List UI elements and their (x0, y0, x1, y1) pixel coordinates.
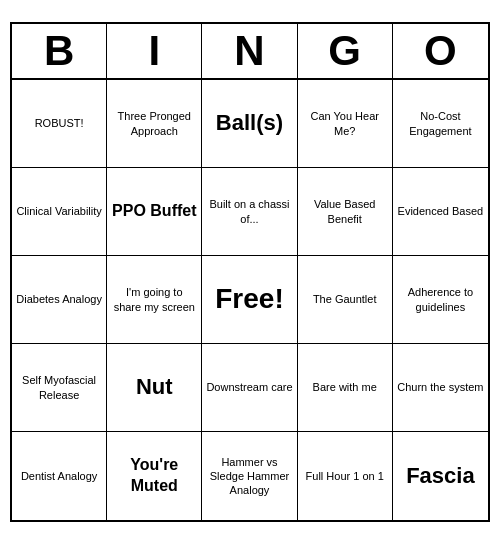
bingo-cell[interactable]: I'm going to share my screen (107, 256, 202, 344)
bingo-grid: ROBUST!Three Pronged ApproachBall(s)Can … (12, 80, 488, 520)
bingo-cell[interactable]: Can You Hear Me? (298, 80, 393, 168)
bingo-cell[interactable]: Built on a chassi of... (202, 168, 297, 256)
bingo-cell[interactable]: Adherence to guidelines (393, 256, 488, 344)
cell-text: ROBUST! (35, 116, 84, 130)
bingo-cell[interactable]: Clinical Variability (12, 168, 107, 256)
bingo-cell[interactable]: Nut (107, 344, 202, 432)
cell-text: I'm going to share my screen (111, 285, 197, 314)
header-letter: B (12, 24, 107, 78)
header-letter: G (298, 24, 393, 78)
bingo-cell[interactable]: Three Pronged Approach (107, 80, 202, 168)
cell-text: Nut (136, 373, 173, 402)
cell-text: Diabetes Analogy (16, 292, 102, 306)
cell-text: Evidenced Based (398, 204, 484, 218)
bingo-cell[interactable]: PPO Buffet (107, 168, 202, 256)
bingo-cell[interactable]: Self Myofascial Release (12, 344, 107, 432)
bingo-cell[interactable]: Value Based Benefit (298, 168, 393, 256)
bingo-cell[interactable]: ROBUST! (12, 80, 107, 168)
bingo-cell[interactable]: Evidenced Based (393, 168, 488, 256)
cell-text: Fascia (406, 462, 475, 491)
header-letter: O (393, 24, 488, 78)
bingo-cell[interactable]: Dentist Analogy (12, 432, 107, 520)
bingo-header: BINGO (12, 24, 488, 80)
bingo-cell[interactable]: The Gauntlet (298, 256, 393, 344)
cell-text: Churn the system (397, 380, 483, 394)
bingo-cell[interactable]: Diabetes Analogy (12, 256, 107, 344)
cell-text: Can You Hear Me? (302, 109, 388, 138)
header-letter: N (202, 24, 297, 78)
cell-text: Ball(s) (216, 109, 283, 138)
cell-text: Downstream care (206, 380, 292, 394)
cell-text: The Gauntlet (313, 292, 377, 306)
bingo-cell[interactable]: Bare with me (298, 344, 393, 432)
cell-text: Free! (215, 281, 283, 317)
cell-text: Value Based Benefit (302, 197, 388, 226)
cell-text: Hammer vs Sledge Hammer Analogy (206, 455, 292, 498)
bingo-cell[interactable]: Full Hour 1 on 1 (298, 432, 393, 520)
bingo-cell[interactable]: Fascia (393, 432, 488, 520)
header-letter: I (107, 24, 202, 78)
cell-text: Clinical Variability (16, 204, 101, 218)
cell-text: Built on a chassi of... (206, 197, 292, 226)
cell-text: You're Muted (111, 455, 197, 497)
cell-text: Adherence to guidelines (397, 285, 484, 314)
cell-text: Bare with me (313, 380, 377, 394)
cell-text: No-Cost Engagement (397, 109, 484, 138)
bingo-cell[interactable]: Downstream care (202, 344, 297, 432)
cell-text: PPO Buffet (112, 201, 196, 222)
bingo-cell[interactable]: You're Muted (107, 432, 202, 520)
cell-text: Three Pronged Approach (111, 109, 197, 138)
bingo-cell[interactable]: Hammer vs Sledge Hammer Analogy (202, 432, 297, 520)
cell-text: Full Hour 1 on 1 (306, 469, 384, 483)
bingo-cell[interactable]: Churn the system (393, 344, 488, 432)
bingo-card: BINGO ROBUST!Three Pronged ApproachBall(… (10, 22, 490, 522)
bingo-cell[interactable]: No-Cost Engagement (393, 80, 488, 168)
bingo-cell[interactable]: Free! (202, 256, 297, 344)
bingo-cell[interactable]: Ball(s) (202, 80, 297, 168)
cell-text: Dentist Analogy (21, 469, 97, 483)
cell-text: Self Myofascial Release (16, 373, 102, 402)
